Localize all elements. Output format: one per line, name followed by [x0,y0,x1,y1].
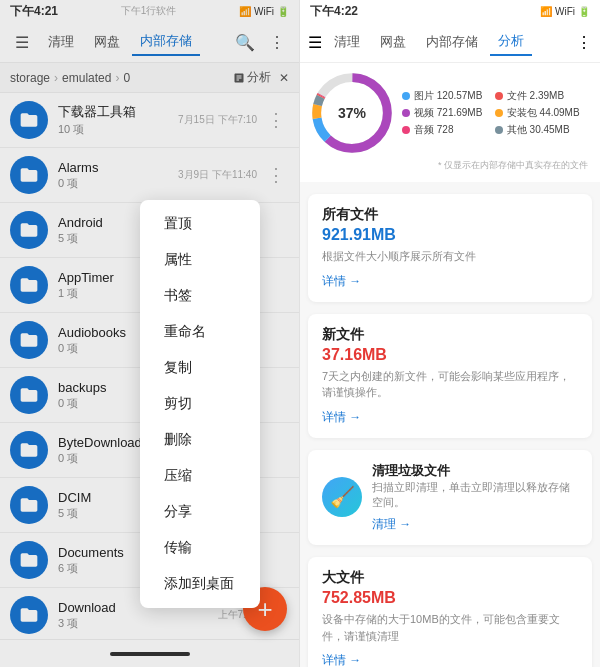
left-panel: 下午4:21 下午1行软件 📶 WiFi 🔋 ☰ 清理 网盘 内部存储 🔍 ⋮ … [0,0,300,667]
legend-dot-files [495,92,503,100]
right-nav-bar: ☰ 清理 网盘 内部存储 分析 ⋮ [300,22,600,63]
right-menu-icon[interactable]: ☰ [308,33,322,52]
legend-dot-videos [402,109,410,117]
chart-section: 37% 图片 120.57MB 文件 2.39MB 视频 721.69MB 安 [300,63,600,182]
card-clean-title: 清理垃圾文件 [372,462,578,480]
card-all-files-desc: 根据文件大小顺序展示所有文件 [322,248,578,265]
right-tab-clean[interactable]: 清理 [326,29,368,55]
card-large-files-link[interactable]: 详情 → [322,652,578,667]
context-menu-item-8[interactable]: 分享 [140,494,260,530]
card-new-files-title: 新文件 [322,326,578,344]
context-menu-item-4[interactable]: 复制 [140,350,260,386]
card-all-files: 所有文件 921.91MB 根据文件大小顺序展示所有文件 详情 → [308,194,592,302]
context-menu-item-5[interactable]: 剪切 [140,386,260,422]
legend-label-files: 文件 2.39MB [507,89,564,103]
right-time: 下午4:22 [310,3,358,20]
legend-dot-audio [402,126,410,134]
legend-other: 其他 30.45MB [495,123,580,137]
legend-files: 文件 2.39MB [495,89,580,103]
context-menu-item-7[interactable]: 压缩 [140,458,260,494]
context-menu-item-10[interactable]: 添加到桌面 [140,566,260,602]
card-new-files: 新文件 37.16MB 7天之内创建的新文件，可能会影响某些应用程序，请谨慎操作… [308,314,592,438]
context-menu-item-3[interactable]: 重命名 [140,314,260,350]
right-status-bar: 下午4:22 📶 WiFi 🔋 [300,0,600,22]
card-clean-body: 清理垃圾文件 扫描立即清理，单击立即清理以释放存储空间。 清理 → [372,462,578,534]
card-large-files-desc: 设备中存储的大于10MB的文件，可能包含重要文件，请谨慎清理 [322,611,578,644]
legend-packages: 安装包 44.09MB [495,106,580,120]
donut-center-label: 37% [338,105,366,121]
card-new-files-size: 37.16MB [322,346,578,364]
card-large-files-size: 752.85MB [322,589,578,607]
legend-videos: 视频 721.69MB [402,106,487,120]
context-menu-item-0[interactable]: 置顶 [140,206,260,242]
card-new-files-link[interactable]: 详情 → [322,409,578,426]
legend-dot-other [495,126,503,134]
legend-dot-packages [495,109,503,117]
chart-legend: 图片 120.57MB 文件 2.39MB 视频 721.69MB 安装包 44… [402,89,580,137]
card-all-files-link[interactable]: 详情 → [322,273,578,290]
legend-label-videos: 视频 721.69MB [414,106,482,120]
legend-label-photos: 图片 120.57MB [414,89,482,103]
chart-note: * 仅显示在内部存储中真实存在的文件 [312,159,588,172]
card-clean-link[interactable]: 清理 → [372,516,578,533]
context-menu: 置顶 属性 书签 重命名 复制 剪切 删除 压缩 分享 传输 添加到桌面 [140,200,260,608]
context-menu-item-6[interactable]: 删除 [140,422,260,458]
card-large-files: 大文件 752.85MB 设备中存储的大于10MB的文件，可能包含重要文件，请谨… [308,557,592,667]
card-all-files-title: 所有文件 [322,206,578,224]
legend-label-packages: 安装包 44.09MB [507,106,580,120]
context-menu-item-9[interactable]: 传输 [140,530,260,566]
right-battery-icon: 🔋 [578,6,590,17]
card-new-files-desc: 7天之内创建的新文件，可能会影响某些应用程序，请谨慎操作。 [322,368,578,401]
donut-chart: 37% [312,73,392,153]
card-clean: 🧹 清理垃圾文件 扫描立即清理，单击立即清理以释放存储空间。 清理 → [308,450,592,546]
right-more-icon[interactable]: ⋮ [576,33,592,52]
right-panel: 下午4:22 📶 WiFi 🔋 ☰ 清理 网盘 内部存储 分析 ⋮ [300,0,600,667]
legend-label-audio: 音频 728 [414,123,453,137]
right-status-icons: 📶 WiFi 🔋 [540,6,590,17]
chart-row: 37% 图片 120.57MB 文件 2.39MB 视频 721.69MB 安 [312,73,588,153]
right-signal-icon: 📶 [540,6,552,17]
right-wifi-icon: WiFi [555,6,575,17]
card-large-files-title: 大文件 [322,569,578,587]
card-clean-row: 🧹 清理垃圾文件 扫描立即清理，单击立即清理以释放存储空间。 清理 → [322,462,578,534]
legend-dot-photos [402,92,410,100]
legend-label-other: 其他 30.45MB [507,123,570,137]
legend-photos: 图片 120.57MB [402,89,487,103]
right-tab-analysis[interactable]: 分析 [490,28,532,56]
context-menu-item-2[interactable]: 书签 [140,278,260,314]
context-menu-item-1[interactable]: 属性 [140,242,260,278]
clean-icon: 🧹 [322,477,362,517]
legend-audio: 音频 728 [402,123,487,137]
right-tab-cloud[interactable]: 网盘 [372,29,414,55]
card-clean-desc: 扫描立即清理，单击立即清理以释放存储空间。 [372,480,578,511]
right-tab-storage[interactable]: 内部存储 [418,29,486,55]
card-all-files-size: 921.91MB [322,226,578,244]
